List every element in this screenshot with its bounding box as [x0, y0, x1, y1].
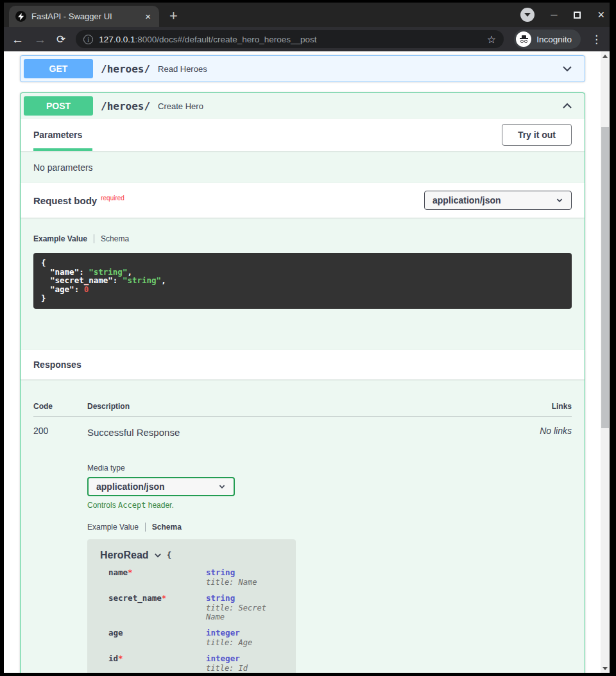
model-property-row: age integertitle: Age: [100, 628, 283, 647]
responses-pane: Code Description Links 200 Successful Re…: [21, 379, 585, 673]
try-it-out-button[interactable]: Try it out: [502, 124, 572, 146]
property-type: integer: [206, 654, 248, 663]
media-type-label: Media type: [87, 464, 495, 472]
responses-table-header: Code Description Links: [33, 402, 572, 417]
parameters-header: Parameters Try it out: [21, 119, 585, 151]
parameters-active-underline: [33, 148, 92, 151]
forward-button[interactable]: →: [34, 33, 46, 46]
responses-header: Responses: [21, 350, 585, 379]
browser-menu-icon[interactable]: ⋮: [591, 33, 602, 46]
post-endpoint-summary: Create Hero: [158, 101, 561, 111]
response-media-type-value: application/json: [96, 481, 165, 492]
chevron-down-icon[interactable]: [561, 62, 574, 75]
tab-schema[interactable]: Schema: [146, 523, 188, 532]
request-body-pane: Example Value Schema { "name": "string",…: [21, 218, 585, 309]
parameters-title: Parameters: [33, 130, 82, 140]
incognito-icon: [516, 31, 531, 47]
model-property-row: name* stringtitle: Name: [100, 568, 283, 587]
incognito-label: Incognito: [536, 35, 572, 44]
property-title: title: Secret Name: [206, 603, 283, 621]
reload-button[interactable]: ⟳: [56, 34, 65, 45]
browser-window: FastAPI - Swagger UI × + ─ × ← → ⟳ i 127…: [4, 3, 610, 673]
incognito-badge: Incognito: [514, 30, 581, 49]
property-type: string: [206, 593, 283, 603]
code-line: {: [41, 259, 564, 268]
code-column-header: Code: [33, 402, 87, 411]
window-controls: ─ ×: [520, 8, 604, 22]
model-title-row[interactable]: HeroRead {: [100, 550, 283, 561]
opblock-get-summary[interactable]: GET /heroes/ Read Heroes: [21, 56, 585, 82]
property-title: title: Age: [206, 638, 252, 647]
media-type-block: Media type application/json Controls Acc…: [87, 464, 495, 510]
post-endpoint-path: /heroes/: [101, 100, 150, 112]
property-title: title: Name: [206, 578, 257, 587]
chevron-down-icon: [556, 196, 563, 204]
property-type: integer: [206, 628, 252, 637]
opblock-post-summary[interactable]: POST /heroes/ Create Hero: [21, 93, 585, 119]
property-name: secret_name*: [108, 593, 206, 621]
tab-example-value[interactable]: Example Value: [87, 523, 145, 532]
responses-table: Code Description Links 200 Successful Re…: [33, 402, 572, 673]
browser-tab[interactable]: FastAPI - Swagger UI ×: [9, 6, 159, 27]
response-media-type-select[interactable]: application/json: [87, 477, 235, 496]
tab-strip: FastAPI - Swagger UI × + ─ ×: [4, 3, 610, 27]
model-open-brace: {: [167, 550, 172, 560]
scrollbar-thumb[interactable]: [601, 127, 609, 428]
site-info-icon[interactable]: i: [83, 35, 93, 44]
response-200-description: Successful Response: [87, 426, 495, 438]
response-200-links: No links: [495, 426, 572, 673]
request-example-tabs: Example Value Schema: [33, 234, 572, 243]
description-column-header: Description: [87, 402, 495, 411]
request-content-type-value: application/json: [432, 195, 501, 205]
scroll-down-arrow[interactable]: [601, 664, 610, 673]
new-tab-button[interactable]: +: [169, 9, 178, 23]
caret-down-icon: [524, 13, 531, 17]
required-asterisk: *: [118, 654, 123, 663]
scroll-up-arrow[interactable]: [601, 51, 610, 60]
browser-toolbar: ← → ⟳ i 127.0.0.1:8000/docs#/default/cre…: [4, 27, 610, 51]
request-example-code[interactable]: { "name": "string", "secret_name": "stri…: [33, 253, 572, 309]
swagger-page: GET /heroes/ Read Heroes POST /heroes/ C…: [4, 51, 601, 673]
window-menu-button[interactable]: [520, 8, 535, 22]
required-asterisk: *: [128, 568, 133, 577]
opblock-get-heroes[interactable]: GET /heroes/ Read Heroes: [20, 55, 585, 82]
close-button[interactable]: ×: [597, 8, 604, 22]
responses-title: Responses: [33, 360, 81, 370]
tab-title: FastAPI - Swagger UI: [31, 12, 138, 21]
code-line: "age": 0: [41, 285, 564, 294]
bookmark-star-icon[interactable]: ☆: [487, 33, 496, 46]
property-info: stringtitle: Secret Name: [206, 593, 283, 621]
tab-example-value[interactable]: Example Value: [33, 234, 94, 243]
url-host: 127.0.0.1: [99, 35, 135, 44]
chevron-up-icon[interactable]: [561, 100, 574, 112]
response-200-description-cell: Successful Response Media type applicati…: [87, 426, 495, 673]
model-name: HeroRead: [100, 550, 149, 561]
chevron-down-icon: [153, 551, 162, 560]
request-content-type-select[interactable]: application/json: [424, 191, 572, 210]
tab-schema[interactable]: Schema: [94, 234, 135, 243]
model-property-row: secret_name* stringtitle: Secret Name: [100, 593, 283, 621]
request-body-title: Request bodyrequired: [33, 195, 124, 206]
property-name: name*: [108, 568, 206, 587]
property-info: integertitle: Id: [206, 654, 248, 673]
get-method-badge: GET: [24, 59, 93, 78]
property-type: string: [206, 568, 257, 577]
url-bar[interactable]: i 127.0.0.1:8000/docs#/default/create_he…: [76, 30, 504, 48]
links-column-header: Links: [495, 402, 572, 411]
chevron-down-icon: [218, 483, 226, 490]
response-row-200: 200 Successful Response Media type appli…: [33, 417, 572, 673]
property-name: age: [108, 628, 206, 647]
property-title: title: Id: [206, 664, 248, 673]
no-parameters-text: No parameters: [33, 162, 93, 173]
code-line: "name": "string",: [41, 268, 564, 277]
tab-close-icon[interactable]: ×: [143, 11, 153, 22]
get-endpoint-summary: Read Heroes: [158, 64, 561, 74]
code-line: }: [41, 294, 564, 303]
page-scrollbar[interactable]: [601, 51, 610, 673]
no-parameters-row: No parameters: [21, 151, 585, 183]
url-text[interactable]: 127.0.0.1:8000/docs#/default/create_hero…: [99, 35, 481, 44]
maximize-button[interactable]: [574, 12, 581, 19]
controls-accept-note: Controls Accept header.: [87, 501, 495, 510]
minimize-button[interactable]: ─: [551, 10, 558, 20]
back-button[interactable]: ←: [12, 33, 24, 46]
